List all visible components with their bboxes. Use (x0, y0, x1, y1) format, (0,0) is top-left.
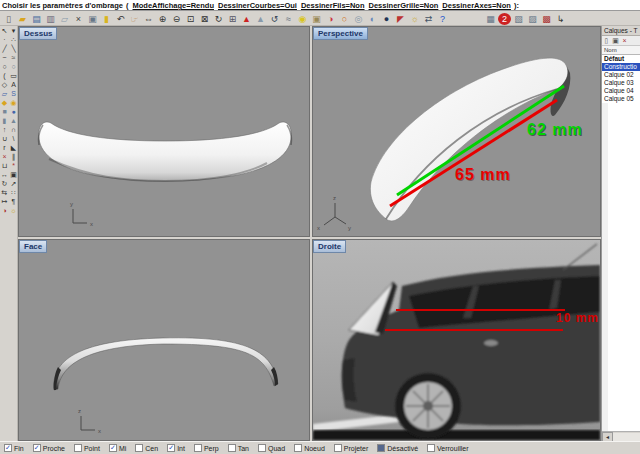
checkbox[interactable] (33, 444, 41, 452)
osnap-mi-checkbox[interactable]: Mi (109, 444, 126, 452)
boolean-union-icon[interactable]: ∪ (0, 134, 9, 143)
swap-views-icon[interactable]: ⇄ (422, 13, 435, 25)
select-visible-icon[interactable]: ▦ (484, 13, 497, 25)
osnap-point-checkbox[interactable]: Point (74, 444, 100, 452)
wireframe-viewport-icon[interactable]: ○ (338, 13, 351, 25)
join-tool-icon[interactable]: ⊔ (0, 161, 9, 170)
rotate-tool-icon[interactable]: ↻ (0, 179, 9, 188)
scroll-left-arrow-icon[interactable]: ◂ (602, 432, 613, 442)
settings-gears-icon[interactable]: ☼ (408, 13, 421, 25)
polygon-tool-icon[interactable]: ◇ (0, 80, 9, 89)
checkbox[interactable] (258, 444, 266, 452)
osnap-fin-checkbox[interactable]: Fin (4, 444, 24, 452)
extrude-tool-icon[interactable]: ↑ (0, 125, 9, 134)
edit-text-icon[interactable]: ▱ (58, 13, 71, 25)
viewport-tab-perspective[interactable]: Perspective (313, 27, 368, 40)
text-tool-icon[interactable]: A (9, 80, 18, 89)
chamfer-tool-icon[interactable]: ◣ (9, 143, 18, 152)
spray-render-icon[interactable]: ≈ (282, 13, 295, 25)
command-option[interactable]: DessinerAxes=Non (442, 1, 511, 10)
zoom-dynamic-icon[interactable]: ⊖ (170, 13, 183, 25)
split-tool-icon[interactable]: ∥ (9, 152, 18, 161)
viewport-face[interactable]: Face z x (18, 239, 310, 441)
osnap-perp-checkbox[interactable]: Perp (194, 444, 219, 452)
render-preview-icon[interactable]: ◤ (394, 13, 407, 25)
point-tool-icon[interactable]: · (0, 35, 9, 44)
command-option[interactable]: DessinerFils=Non (301, 1, 365, 10)
rotate-view-icon[interactable]: ↻ (212, 13, 225, 25)
rectangle-tool-icon[interactable]: ▭ (9, 71, 18, 80)
corner-arrow-icon[interactable]: ↳ (554, 13, 567, 25)
point-cloud-tool-icon[interactable]: ∴ (9, 35, 18, 44)
pan-hand-icon[interactable]: ☞ (128, 13, 141, 25)
layers-panel-scrollbar[interactable]: ◂ (602, 431, 640, 441)
checkbox[interactable] (294, 444, 302, 452)
save-icon[interactable]: ▤ (30, 13, 43, 25)
layer-row[interactable]: Calque 03 (602, 79, 640, 87)
copy-icon[interactable]: ▣ (86, 13, 99, 25)
layer-row[interactable]: Défaut (602, 55, 640, 63)
options-tool-icon[interactable]: ☼ (9, 206, 18, 215)
new-layer-icon[interactable]: ▯ (602, 36, 611, 45)
cylinder-tool-icon[interactable]: ▮ (0, 116, 9, 125)
viewport-tab-face[interactable]: Face (19, 240, 47, 253)
cone-tool-icon[interactable]: ▲ (9, 116, 18, 125)
osnap-verrouiller-checkbox[interactable]: Verrouiller (427, 444, 469, 452)
orbit-icon[interactable]: ↺ (268, 13, 281, 25)
cap-tool-icon[interactable]: ∩ (9, 125, 18, 134)
interpcurve-tool-icon[interactable]: ≈ (9, 53, 18, 62)
box-tool-icon[interactable]: ■ (0, 107, 9, 116)
command-option[interactable]: DessinerGrille=Non (369, 1, 439, 10)
duplicate-layer-icon[interactable]: ▣ (611, 36, 620, 45)
pointer-tool-icon[interactable]: ↖ (0, 26, 9, 35)
viewport-tab-dessus[interactable]: Dessus (19, 27, 57, 40)
checkbox[interactable] (228, 444, 236, 452)
osnap-int-checkbox[interactable]: Int (167, 444, 185, 452)
zoom-in-icon[interactable]: ⊕ (156, 13, 169, 25)
cplane-gray-icon[interactable]: ▲ (254, 13, 267, 25)
array-tool-icon[interactable]: ∷ (9, 188, 18, 197)
polyline-tool-icon[interactable]: ╱ (0, 44, 9, 53)
viewport-tab-droite[interactable]: Droite (313, 240, 346, 253)
xray-viewport-icon[interactable]: ◐ (366, 13, 379, 25)
osnap-projeter-checkbox[interactable]: Projeter (334, 444, 369, 452)
zoom-extents-icon[interactable]: ⊠ (198, 13, 211, 25)
checkbox[interactable] (4, 444, 12, 452)
cplane-red-icon[interactable]: ▲ (240, 13, 253, 25)
shaded-viewport-icon[interactable]: ◑ (324, 13, 337, 25)
popup-menu-icon[interactable]: ▾ (9, 26, 18, 35)
display-box-icon[interactable]: ▧ (512, 13, 525, 25)
circle-tool-icon[interactable]: ○ (0, 62, 9, 71)
viewport-droite[interactable]: Droite (312, 239, 601, 441)
osnap-tan-checkbox[interactable]: Tan (228, 444, 249, 452)
display-box-red-icon[interactable]: ▩ (540, 13, 553, 25)
rendered-viewport-icon[interactable]: ● (380, 13, 393, 25)
command-option[interactable]: DessinerCourbes=Oui (218, 1, 297, 10)
scrollbar-track[interactable] (613, 433, 640, 441)
layer-row[interactable]: Calque 05 (602, 95, 640, 103)
move-view-icon[interactable]: ⇔ (142, 13, 155, 25)
checkbox[interactable] (167, 444, 175, 452)
osnap-noeud-checkbox[interactable]: Noeud (294, 444, 325, 452)
layer-row[interactable]: Calque 04 (602, 87, 640, 95)
layer-row[interactable]: Calque 02 (602, 71, 640, 79)
grid-icon[interactable]: ⊞ (226, 13, 239, 25)
zoom-window-icon[interactable]: ⊡ (184, 13, 197, 25)
record-history-icon[interactable]: 2 (498, 13, 511, 25)
command-option[interactable]: ModeAffichage=Rendu (133, 1, 214, 10)
help-icon[interactable]: ? (436, 13, 449, 25)
checkbox[interactable] (377, 444, 385, 452)
new-file-icon[interactable]: ▯ (2, 13, 15, 25)
copy-tool-icon[interactable]: ▣ (9, 170, 18, 179)
viewport-dessus[interactable]: Dessus y x (18, 26, 310, 237)
checkbox[interactable] (135, 444, 143, 452)
sphere-tool-icon[interactable]: ● (9, 107, 18, 116)
arc-tool-icon[interactable]: ( (0, 71, 9, 80)
ellipse-tool-icon[interactable]: ○ (9, 62, 18, 71)
command-line[interactable]: Choisir les paramètres d'ombrage(ModeAff… (0, 0, 640, 11)
lightbulb-icon[interactable]: ◉ (296, 13, 309, 25)
annotate-tool-icon[interactable]: ¶ (9, 197, 18, 206)
osnap-desactive-checkbox[interactable]: Désactivé (377, 444, 418, 452)
open-folder-icon[interactable]: ▰ (16, 13, 29, 25)
loft-tool-icon[interactable]: S (9, 89, 18, 98)
